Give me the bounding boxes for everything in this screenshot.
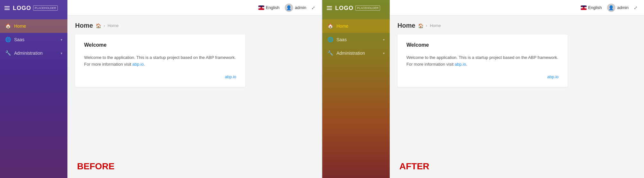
expand-btn-after[interactable]: ⤢ [634, 5, 638, 10]
user-btn-after[interactable]: 👤 admin [607, 4, 629, 12]
sidebar-item-home-label-after: Home [336, 23, 385, 29]
sidebar-item-admin-label-before: Administration [14, 51, 57, 56]
flag-icon-after [581, 5, 587, 10]
abp-link-after[interactable]: abp.io [547, 74, 559, 79]
sidebar-item-saas-label-before: Saas [14, 37, 57, 42]
user-label-before: admin [295, 5, 306, 10]
page-header-after: Home 🏠 › Home [397, 22, 636, 29]
breadcrumb-item-after: Home [430, 23, 441, 28]
main-content-after: English 👤 admin ⤢ Home 🏠 › Home Welcome … [390, 0, 644, 178]
home-icon-after: 🏠 [327, 23, 333, 29]
main-content-before: English 👤 admin ⤢ Home 🏠 › Home Welcome … [67, 0, 322, 178]
welcome-text-before: Welcome to the application. This is a st… [84, 54, 236, 68]
sidebar-nav-after: 🏠 Home 🌐 Saas ▾ 🔧 Administration ▾ [322, 16, 390, 178]
sidebar-before: LOGO PLACEHOLDER 🏠 Home 🌐 Saas ▾ 🔧 Admin… [0, 0, 67, 178]
expand-btn-before[interactable]: ⤢ [311, 5, 315, 10]
admin-icon-before: 🔧 [5, 50, 11, 56]
lang-selector-before[interactable]: English [258, 5, 280, 10]
logo-box-before: LOGO PLACEHOLDER [13, 5, 58, 12]
page-title-before: Home [75, 22, 93, 29]
after-panel: LOGO PLACEHOLDER 🏠 Home 🌐 Saas ▾ 🔧 Admin… [322, 0, 644, 178]
abp-link-before[interactable]: abp.io [225, 74, 236, 79]
saas-arrow-before: ▾ [61, 38, 62, 42]
page-area-after: Home 🏠 › Home Welcome Welcome to the app… [390, 15, 644, 178]
breadcrumb-home-icon-before: 🏠 [96, 23, 101, 28]
welcome-text-after: Welcome to the application. This is a st… [406, 54, 559, 68]
before-panel: LOGO PLACEHOLDER 🏠 Home 🌐 Saas ▾ 🔧 Admin… [0, 0, 322, 178]
sidebar-after: LOGO PLACEHOLDER 🏠 Home 🌐 Saas ▾ 🔧 Admin… [322, 0, 390, 178]
sidebar-header-after: LOGO PLACEHOLDER [322, 0, 390, 16]
welcome-card-before: Welcome Welcome to the application. This… [75, 34, 245, 87]
hamburger-icon-after[interactable] [327, 6, 332, 10]
lang-label-after: English [588, 5, 602, 10]
welcome-title-before: Welcome [84, 42, 236, 48]
saas-arrow-after: ▾ [383, 38, 385, 42]
flag-icon-before [258, 5, 264, 10]
user-avatar-before: 👤 [285, 4, 293, 12]
welcome-card-after: Welcome Welcome to the application. This… [397, 34, 568, 87]
logo-placeholder-before: PLACEHOLDER [33, 5, 58, 11]
logo-text-before: LOGO [13, 5, 31, 12]
lang-selector-after[interactable]: English [581, 5, 602, 10]
logo-box-after: LOGO PLACEHOLDER [335, 5, 380, 12]
abp-link-text-before[interactable]: abp.io [132, 62, 144, 67]
sidebar-item-saas-before[interactable]: 🌐 Saas ▾ [0, 33, 67, 46]
breadcrumb-item-before: Home [108, 23, 119, 28]
page-header-before: Home 🏠 › Home [75, 22, 314, 29]
user-btn-before[interactable]: 👤 admin [285, 4, 306, 12]
sidebar-item-home-after[interactable]: 🏠 Home [322, 19, 390, 33]
topbar-before: English 👤 admin ⤢ [67, 0, 322, 15]
breadcrumb-sep-before: › [104, 23, 105, 28]
sidebar-item-saas-after[interactable]: 🌐 Saas ▾ [322, 33, 390, 46]
breadcrumb-sep-after: › [426, 23, 427, 28]
user-label-after: admin [617, 5, 629, 10]
welcome-link-before[interactable]: abp.io [84, 74, 236, 79]
abp-link-text-after[interactable]: abp.io [455, 62, 466, 67]
saas-icon-before: 🌐 [5, 37, 11, 42]
page-area-before: Home 🏠 › Home Welcome Welcome to the app… [67, 15, 322, 178]
sidebar-header-before: LOGO PLACEHOLDER [0, 0, 67, 16]
sidebar-item-admin-label-after: Administration [336, 51, 380, 56]
admin-arrow-before: ▾ [61, 52, 62, 55]
before-label: BEFORE [77, 161, 115, 172]
sidebar-item-admin-before[interactable]: 🔧 Administration ▾ [0, 46, 67, 60]
sidebar-item-home-label-before: Home [14, 23, 62, 29]
saas-icon-after: 🌐 [327, 37, 333, 42]
sidebar-item-saas-label-after: Saas [336, 37, 380, 42]
page-title-after: Home [397, 22, 415, 29]
user-avatar-after: 👤 [607, 4, 615, 12]
topbar-after: English 👤 admin ⤢ [390, 0, 644, 15]
lang-label-before: English [266, 5, 280, 10]
admin-arrow-after: ▾ [383, 52, 385, 55]
sidebar-item-home-before[interactable]: 🏠 Home [0, 19, 67, 33]
logo-placeholder-after: PLACEHOLDER [355, 5, 380, 11]
sidebar-nav-before: 🏠 Home 🌐 Saas ▾ 🔧 Administration ▾ [0, 16, 67, 178]
sidebar-item-admin-after[interactable]: 🔧 Administration ▾ [322, 46, 390, 60]
home-icon-before: 🏠 [5, 23, 11, 29]
logo-text-after: LOGO [335, 5, 353, 12]
hamburger-icon-before[interactable] [4, 6, 10, 10]
admin-icon-after: 🔧 [327, 50, 333, 56]
welcome-title-after: Welcome [406, 42, 559, 48]
welcome-link-after[interactable]: abp.io [406, 74, 559, 79]
breadcrumb-home-icon-after: 🏠 [418, 23, 423, 28]
after-label: AFTER [399, 161, 429, 172]
